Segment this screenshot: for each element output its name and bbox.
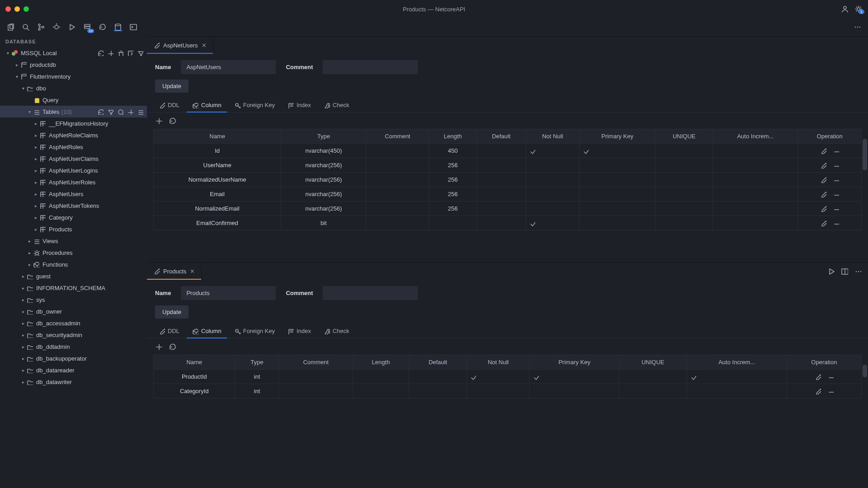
remove-icon[interactable] <box>833 206 839 212</box>
settings-icon[interactable] <box>854 5 863 13</box>
schema-row[interactable]: ▸db_accessadmin <box>0 317 147 329</box>
account-icon[interactable] <box>841 5 849 13</box>
table-row[interactable]: ▸AspNetUserClaims <box>0 153 147 164</box>
edit-icon[interactable] <box>815 374 821 380</box>
close-window[interactable] <box>5 6 11 12</box>
table-row[interactable]: ▸AspNetUsers <box>0 188 147 200</box>
table-row[interactable]: ▸AspNetRoles <box>0 141 147 153</box>
terminal-icon[interactable] <box>129 23 137 31</box>
schema-row[interactable]: ▸sys <box>0 294 147 305</box>
tab-aspnetusers[interactable]: AspNetUsers ✕ <box>147 37 213 54</box>
table-row[interactable]: ▸AspNetUserTokens <box>0 200 147 211</box>
procedures-group[interactable]: ▸ Procedures <box>0 247 147 258</box>
schema-row[interactable]: ▸db_owner <box>0 305 147 317</box>
close-icon[interactable]: ✕ <box>190 268 195 275</box>
schema-row[interactable]: ▸db_backupoperator <box>0 352 147 364</box>
refresh-icon[interactable] <box>169 343 176 350</box>
column-row[interactable]: NormalizedUserNamenvarchar(256)256 <box>154 173 862 187</box>
debug-icon[interactable] <box>52 23 61 31</box>
table-comment-input[interactable] <box>323 286 418 300</box>
column-row[interactable]: Idnvarchar(450)450 <box>154 144 862 158</box>
subtab-ddl[interactable]: DDL <box>153 98 185 112</box>
column-row[interactable]: CategoryIdint <box>154 384 862 399</box>
add-icon[interactable] <box>127 108 133 115</box>
subtab-column[interactable]: Column <box>187 324 227 338</box>
remove-icon[interactable] <box>827 374 834 380</box>
remove-icon[interactable] <box>833 220 839 226</box>
table-name-input[interactable] <box>181 60 276 74</box>
refresh-icon[interactable] <box>99 23 107 31</box>
edit-icon[interactable] <box>820 148 826 154</box>
more-icon[interactable] <box>854 23 862 31</box>
close-icon[interactable]: ✕ <box>202 42 207 49</box>
source-control-icon[interactable] <box>37 23 45 31</box>
maximize-window[interactable] <box>24 6 29 12</box>
list-icon[interactable] <box>137 108 143 115</box>
schema-row[interactable]: ▸db_datawriter <box>0 376 147 388</box>
table-row[interactable]: ▸AspNetUserLogins <box>0 164 147 176</box>
more-icon[interactable] <box>854 267 862 275</box>
tab-products[interactable]: Products ✕ <box>147 263 202 280</box>
subtab-foreign-key[interactable]: Foreign Key <box>229 324 280 338</box>
table-name-input[interactable] <box>181 286 276 300</box>
update-button[interactable]: Update <box>155 305 189 319</box>
schema-row[interactable]: ▾ dbo <box>0 82 147 94</box>
split-icon[interactable] <box>841 267 848 275</box>
subtab-foreign-key[interactable]: Foreign Key <box>229 98 280 112</box>
add-column-icon[interactable] <box>155 343 162 350</box>
schema-row[interactable]: ▸guest <box>0 270 147 282</box>
subtab-column[interactable]: Column <box>187 98 227 112</box>
database-icon[interactable] <box>114 23 122 31</box>
edit-icon[interactable] <box>820 220 826 226</box>
schema-row[interactable]: ▸INFORMATION_SCHEMA <box>0 282 147 294</box>
subtab-index[interactable]: Index <box>282 98 316 112</box>
delete-icon[interactable] <box>117 50 123 56</box>
views-group[interactable]: ▸ Views <box>0 235 147 247</box>
search-icon[interactable] <box>117 108 123 115</box>
subtab-check[interactable]: Check <box>318 98 355 112</box>
remove-icon[interactable] <box>827 388 834 394</box>
subtab-index[interactable]: Index <box>282 324 316 338</box>
edit-icon[interactable] <box>820 206 826 212</box>
edit-icon[interactable] <box>820 177 826 183</box>
edit-icon[interactable] <box>820 191 826 197</box>
edit-icon[interactable] <box>820 162 826 169</box>
run-icon[interactable] <box>68 23 76 31</box>
filter-icon[interactable] <box>107 108 113 115</box>
refresh-icon[interactable] <box>97 50 104 56</box>
schema-row[interactable]: ▸db_securityadmin <box>0 329 147 341</box>
run-icon[interactable] <box>827 267 835 275</box>
add-icon[interactable] <box>107 50 113 56</box>
column-row[interactable]: ProductIdint <box>154 370 862 384</box>
export-icon[interactable] <box>127 50 133 56</box>
table-row[interactable]: ▸AspNetRoleClaims <box>0 129 147 141</box>
column-row[interactable]: UserNamenvarchar(256)256 <box>154 158 862 173</box>
tables-group[interactable]: ▾ Tables (10) <box>0 106 147 117</box>
connection-row[interactable]: ▾ MSSQL Local <box>0 47 147 59</box>
query-group[interactable]: Query <box>0 94 147 106</box>
schema-row[interactable]: ▸db_datareader <box>0 364 147 376</box>
subtab-ddl[interactable]: DDL <box>153 324 185 338</box>
table-row[interactable]: ▸Products <box>0 223 147 235</box>
remove-icon[interactable] <box>833 148 839 154</box>
scrollbar[interactable] <box>863 365 867 377</box>
db-row[interactable]: ▸ productdb <box>0 59 147 70</box>
minimize-window[interactable] <box>14 6 20 12</box>
add-column-icon[interactable] <box>155 117 162 124</box>
edit-icon[interactable] <box>815 388 821 394</box>
column-row[interactable]: EmailConfirmedbit <box>154 216 862 230</box>
table-row[interactable]: ▸AspNetUserRoles <box>0 176 147 188</box>
table-comment-input[interactable] <box>323 60 418 74</box>
table-row[interactable]: ▸Category <box>0 211 147 223</box>
subtab-check[interactable]: Check <box>318 324 355 338</box>
column-row[interactable]: Emailnvarchar(256)256 <box>154 187 862 202</box>
schema-row[interactable]: ▸db_ddladmin <box>0 341 147 352</box>
update-button[interactable]: Update <box>155 80 189 93</box>
search-icon[interactable] <box>22 23 30 31</box>
column-row[interactable]: NormalizedEmailnvarchar(256)256 <box>154 202 862 216</box>
explorer-icon[interactable] <box>6 23 14 31</box>
functions-group[interactable]: ▸ Functions <box>0 258 147 270</box>
filter-icon[interactable] <box>137 50 143 56</box>
scrollbar[interactable] <box>863 139 867 170</box>
extensions-icon[interactable] <box>83 23 91 31</box>
